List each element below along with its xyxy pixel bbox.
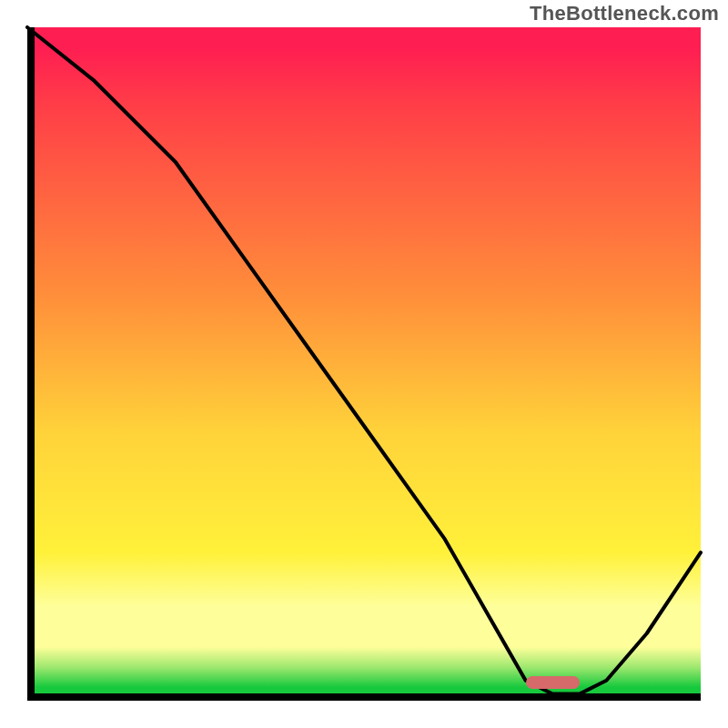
plot-area <box>27 27 701 701</box>
brand-watermark: TheBottleneck.com <box>530 2 719 25</box>
optimal-range-marker <box>526 676 580 689</box>
chart-frame: TheBottleneck.com <box>0 0 728 728</box>
bottleneck-curve <box>27 27 701 701</box>
